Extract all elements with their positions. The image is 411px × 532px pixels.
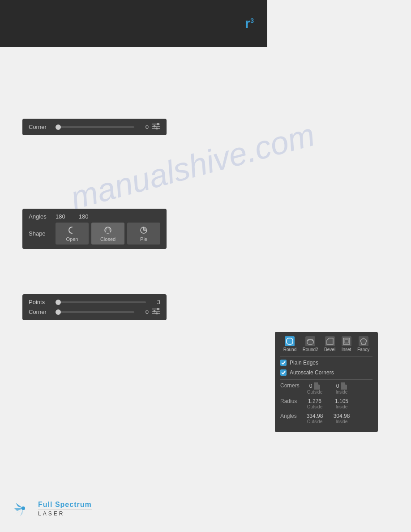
header: r3 [0,0,267,47]
tab-round2-label: Round2 [303,347,318,352]
shape-open-label: Open [66,236,78,242]
fancy-icon [359,336,368,346]
footer-logo-text: Full Spectrum LASER [38,501,92,517]
footer-company-name: Full Spectrum [38,501,92,509]
round2-icon [305,336,315,346]
angles-data-row: Angles 334.98 Outside 304.98 Inside [280,413,372,424]
points-settings-icon[interactable] [152,308,160,316]
footer-logo: Full Spectrum LASER [13,498,92,519]
svg-point-5 [156,128,158,130]
shape-closed-label: Closed [100,236,116,242]
angles-values: 180 180 [56,213,160,220]
autoscale-row[interactable]: Autoscale Corners [280,369,372,376]
svg-rect-16 [345,339,348,343]
corner-type-tabs: Round Round2 Bevel Inset Fancy [280,336,372,352]
points-corner-slider-container: 0 [56,309,149,315]
tab-fancy-label: Fancy [357,347,369,352]
tab-bevel[interactable]: Bevel [324,336,335,352]
angles-label: Angles [29,213,56,220]
corner-slider-container: 0 [56,124,149,130]
autoscale-checkbox[interactable] [280,369,287,376]
svg-point-1 [157,123,159,125]
corners-outside-sub: Outside [307,390,322,395]
radius-inside-sub: Inside [336,404,348,409]
angles-inside-val: 304.98 [334,413,350,419]
points-corner-slider-track[interactable] [56,311,134,313]
points-corner-label: Corner [29,309,56,315]
app-logo: r3 [245,15,254,32]
corners-outside-icon [314,382,320,390]
svg-point-7 [157,308,159,310]
corner-label: Corner [29,124,56,130]
corners-outside-col: 0 Outside [304,382,326,395]
points-corner-value: 0 [138,309,149,315]
corners-cols: 0 Outside 0 Inside [304,382,372,395]
tab-round2[interactable]: Round2 [303,336,318,352]
corners-outside-val: 0 [309,383,313,389]
svg-point-9 [154,310,156,313]
corners-row-label: Corners [280,382,304,389]
round-icon [285,336,295,346]
angle2-value: 180 [79,213,89,220]
radius-inside-col: 1.105 Inside [330,398,353,409]
shape-pie-button[interactable]: Pie [127,223,160,245]
radius-outside-sub: Outside [307,404,322,409]
angles-row-label: Angles [280,413,304,419]
radius-row-label: Radius [280,398,304,404]
plain-edges-row[interactable]: Plain Edges [280,360,372,366]
corner-slider-track[interactable] [56,126,134,128]
tab-round-label: Round [283,347,296,352]
angles-inside-col: 304.98 Inside [330,413,353,424]
corners-inside-icon [341,382,347,390]
tab-inset-label: Inset [342,347,351,352]
radius-cols: 1.276 Outside 1.105 Inside [304,398,372,409]
footer-company-sub: LASER [38,510,92,517]
radius-data-row: Radius 1.276 Outside 1.105 Inside [280,398,372,409]
angles-outside-sub: Outside [307,419,322,424]
inset-icon [342,336,351,346]
svg-point-11 [156,313,158,315]
corner-value: 0 [138,124,149,130]
svg-rect-12 [287,338,293,344]
radius-inside-val: 1.105 [335,398,348,404]
fsl-logo-icon [13,498,34,519]
corner-settings-icon[interactable] [152,123,160,131]
svg-point-18 [21,506,25,510]
tab-fancy[interactable]: Fancy [357,336,369,352]
shape-open-button[interactable]: Open [56,223,89,245]
radius-outside-col: 1.276 Outside [304,398,326,409]
corners-inside-val: 0 [336,383,339,389]
bevel-icon [325,336,335,346]
corners-data-row: Corners 0 Outside 0 Inside [280,382,372,395]
tab-bevel-label: Bevel [324,347,335,352]
autoscale-label: Autoscale Corners [290,369,334,376]
points-label: Points [29,299,56,305]
angles-outside-col: 334.98 Outside [304,413,326,424]
detail-panel: Round Round2 Bevel Inset Fancy [275,332,378,432]
points-value: 3 [150,299,160,305]
shape-buttons: Open Closed Pie [56,223,160,245]
svg-rect-15 [343,338,350,344]
radius-outside-val: 1.276 [308,398,321,404]
points-slider-track[interactable] [56,301,146,303]
points-slider-container: 3 [56,299,160,305]
corner-panel: Corner 0 [22,119,167,135]
angles-outside-val: 334.98 [307,413,323,419]
plain-edges-label: Plain Edges [290,360,318,366]
angle1-value: 180 [56,213,65,220]
angles-cols: 334.98 Outside 304.98 Inside [304,413,372,424]
shape-pie-label: Pie [140,236,147,242]
tab-round[interactable]: Round [283,336,296,352]
corners-inside-sub: Inside [336,390,348,395]
corners-inside-col: 0 Inside [330,382,353,395]
plain-edges-checkbox[interactable] [280,360,287,366]
shape-closed-button[interactable]: Closed [91,223,124,245]
svg-marker-14 [327,338,333,344]
tab-inset[interactable]: Inset [342,336,351,352]
shape-label: Shape [29,230,56,237]
angles-inside-sub: Inside [336,419,348,424]
angles-panel: Angles 180 180 Shape Open Closed [22,209,167,249]
points-panel: Points 3 Corner 0 [22,294,167,320]
svg-point-3 [154,125,156,128]
svg-marker-17 [360,338,367,344]
